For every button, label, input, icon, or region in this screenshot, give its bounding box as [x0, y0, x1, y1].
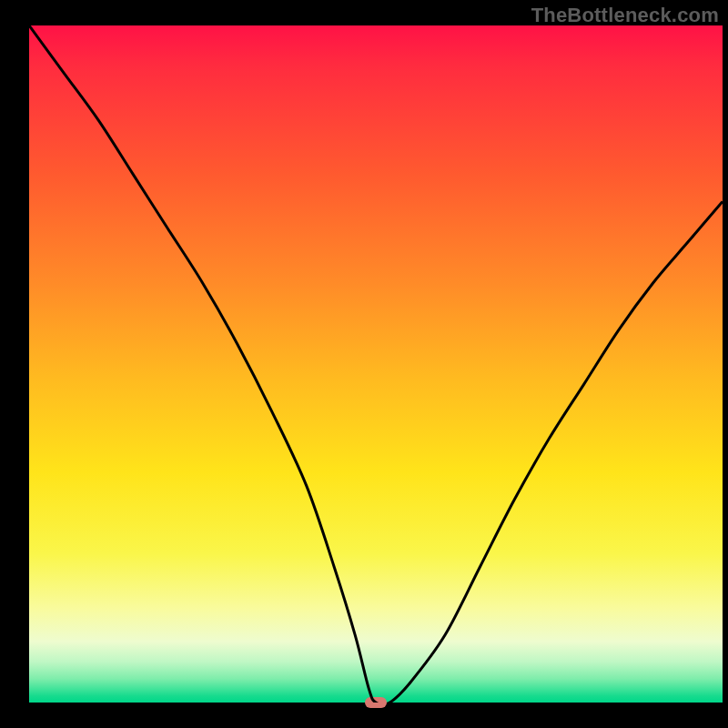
- chart-frame: TheBottleneck.com: [0, 0, 728, 728]
- watermark-text: TheBottleneck.com: [531, 4, 719, 27]
- bottleneck-curve: [29, 25, 723, 703]
- plot-area: [29, 25, 723, 703]
